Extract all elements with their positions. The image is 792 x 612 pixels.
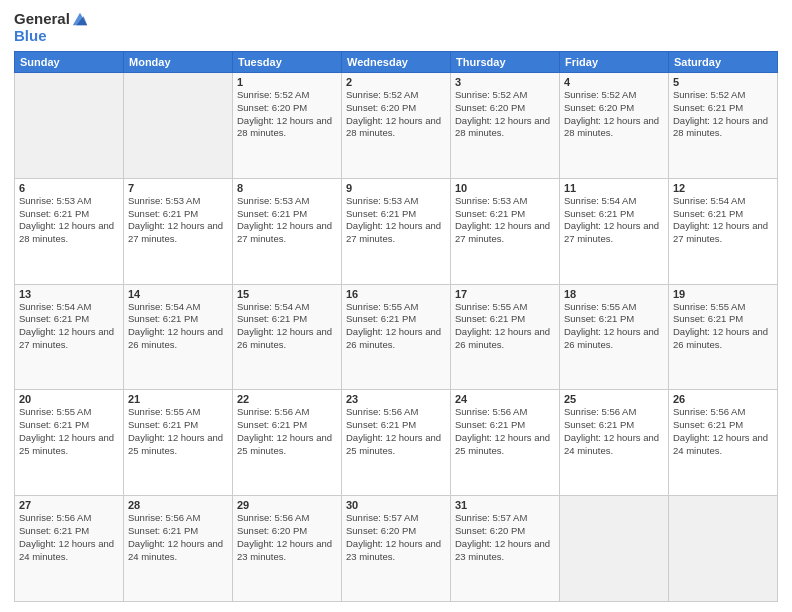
day-number: 7 — [128, 182, 228, 194]
day-number: 24 — [455, 393, 555, 405]
day-number: 27 — [19, 499, 119, 511]
calendar-cell: 11Sunrise: 5:54 AMSunset: 6:21 PMDayligh… — [560, 178, 669, 284]
calendar-cell: 17Sunrise: 5:55 AMSunset: 6:21 PMDayligh… — [451, 284, 560, 390]
day-detail: Sunrise: 5:55 AMSunset: 6:21 PMDaylight:… — [673, 301, 773, 352]
header: General Blue — [14, 10, 778, 43]
day-number: 11 — [564, 182, 664, 194]
calendar-cell: 15Sunrise: 5:54 AMSunset: 6:21 PMDayligh… — [233, 284, 342, 390]
calendar-cell — [124, 73, 233, 179]
day-number: 18 — [564, 288, 664, 300]
calendar-week-row: 1Sunrise: 5:52 AMSunset: 6:20 PMDaylight… — [15, 73, 778, 179]
day-number: 14 — [128, 288, 228, 300]
calendar: SundayMondayTuesdayWednesdayThursdayFrid… — [14, 51, 778, 602]
logo-text: General — [14, 11, 70, 28]
day-detail: Sunrise: 5:56 AMSunset: 6:21 PMDaylight:… — [19, 512, 119, 563]
day-detail: Sunrise: 5:56 AMSunset: 6:21 PMDaylight:… — [673, 406, 773, 457]
calendar-week-row: 13Sunrise: 5:54 AMSunset: 6:21 PMDayligh… — [15, 284, 778, 390]
logo-blue: Blue — [14, 28, 89, 43]
day-detail: Sunrise: 5:56 AMSunset: 6:21 PMDaylight:… — [346, 406, 446, 457]
day-number: 13 — [19, 288, 119, 300]
day-number: 10 — [455, 182, 555, 194]
logo-icon — [71, 10, 89, 28]
calendar-cell: 22Sunrise: 5:56 AMSunset: 6:21 PMDayligh… — [233, 390, 342, 496]
day-detail: Sunrise: 5:54 AMSunset: 6:21 PMDaylight:… — [673, 195, 773, 246]
day-number: 6 — [19, 182, 119, 194]
calendar-cell: 12Sunrise: 5:54 AMSunset: 6:21 PMDayligh… — [669, 178, 778, 284]
day-detail: Sunrise: 5:57 AMSunset: 6:20 PMDaylight:… — [346, 512, 446, 563]
calendar-cell: 23Sunrise: 5:56 AMSunset: 6:21 PMDayligh… — [342, 390, 451, 496]
calendar-week-row: 20Sunrise: 5:55 AMSunset: 6:21 PMDayligh… — [15, 390, 778, 496]
day-detail: Sunrise: 5:53 AMSunset: 6:21 PMDaylight:… — [237, 195, 337, 246]
day-number: 23 — [346, 393, 446, 405]
calendar-cell: 13Sunrise: 5:54 AMSunset: 6:21 PMDayligh… — [15, 284, 124, 390]
logo: General Blue — [14, 10, 89, 43]
calendar-cell: 27Sunrise: 5:56 AMSunset: 6:21 PMDayligh… — [15, 496, 124, 602]
day-number: 5 — [673, 76, 773, 88]
day-number: 16 — [346, 288, 446, 300]
day-detail: Sunrise: 5:52 AMSunset: 6:21 PMDaylight:… — [673, 89, 773, 140]
day-detail: Sunrise: 5:55 AMSunset: 6:21 PMDaylight:… — [455, 301, 555, 352]
weekday-label: Tuesday — [233, 52, 342, 73]
calendar-cell — [15, 73, 124, 179]
day-number: 12 — [673, 182, 773, 194]
calendar-cell: 7Sunrise: 5:53 AMSunset: 6:21 PMDaylight… — [124, 178, 233, 284]
day-detail: Sunrise: 5:52 AMSunset: 6:20 PMDaylight:… — [346, 89, 446, 140]
day-number: 25 — [564, 393, 664, 405]
day-number: 17 — [455, 288, 555, 300]
weekday-label: Friday — [560, 52, 669, 73]
day-number: 19 — [673, 288, 773, 300]
day-number: 22 — [237, 393, 337, 405]
day-number: 30 — [346, 499, 446, 511]
calendar-body: 1Sunrise: 5:52 AMSunset: 6:20 PMDaylight… — [15, 73, 778, 602]
day-detail: Sunrise: 5:54 AMSunset: 6:21 PMDaylight:… — [128, 301, 228, 352]
calendar-cell: 21Sunrise: 5:55 AMSunset: 6:21 PMDayligh… — [124, 390, 233, 496]
day-detail: Sunrise: 5:52 AMSunset: 6:20 PMDaylight:… — [564, 89, 664, 140]
day-detail: Sunrise: 5:54 AMSunset: 6:21 PMDaylight:… — [237, 301, 337, 352]
calendar-cell: 8Sunrise: 5:53 AMSunset: 6:21 PMDaylight… — [233, 178, 342, 284]
calendar-cell: 9Sunrise: 5:53 AMSunset: 6:21 PMDaylight… — [342, 178, 451, 284]
weekday-label: Wednesday — [342, 52, 451, 73]
day-detail: Sunrise: 5:55 AMSunset: 6:21 PMDaylight:… — [128, 406, 228, 457]
day-detail: Sunrise: 5:55 AMSunset: 6:21 PMDaylight:… — [346, 301, 446, 352]
day-number: 29 — [237, 499, 337, 511]
weekday-label: Monday — [124, 52, 233, 73]
calendar-cell: 1Sunrise: 5:52 AMSunset: 6:20 PMDaylight… — [233, 73, 342, 179]
calendar-cell: 24Sunrise: 5:56 AMSunset: 6:21 PMDayligh… — [451, 390, 560, 496]
day-detail: Sunrise: 5:52 AMSunset: 6:20 PMDaylight:… — [455, 89, 555, 140]
weekday-header-row: SundayMondayTuesdayWednesdayThursdayFrid… — [15, 52, 778, 73]
day-detail: Sunrise: 5:55 AMSunset: 6:21 PMDaylight:… — [19, 406, 119, 457]
day-detail: Sunrise: 5:56 AMSunset: 6:20 PMDaylight:… — [237, 512, 337, 563]
day-detail: Sunrise: 5:54 AMSunset: 6:21 PMDaylight:… — [564, 195, 664, 246]
calendar-cell — [560, 496, 669, 602]
day-detail: Sunrise: 5:53 AMSunset: 6:21 PMDaylight:… — [128, 195, 228, 246]
calendar-cell: 18Sunrise: 5:55 AMSunset: 6:21 PMDayligh… — [560, 284, 669, 390]
day-detail: Sunrise: 5:56 AMSunset: 6:21 PMDaylight:… — [455, 406, 555, 457]
calendar-cell: 16Sunrise: 5:55 AMSunset: 6:21 PMDayligh… — [342, 284, 451, 390]
day-detail: Sunrise: 5:54 AMSunset: 6:21 PMDaylight:… — [19, 301, 119, 352]
day-detail: Sunrise: 5:55 AMSunset: 6:21 PMDaylight:… — [564, 301, 664, 352]
calendar-week-row: 6Sunrise: 5:53 AMSunset: 6:21 PMDaylight… — [15, 178, 778, 284]
day-number: 21 — [128, 393, 228, 405]
day-detail: Sunrise: 5:53 AMSunset: 6:21 PMDaylight:… — [19, 195, 119, 246]
calendar-cell: 5Sunrise: 5:52 AMSunset: 6:21 PMDaylight… — [669, 73, 778, 179]
calendar-cell: 29Sunrise: 5:56 AMSunset: 6:20 PMDayligh… — [233, 496, 342, 602]
day-number: 28 — [128, 499, 228, 511]
day-detail: Sunrise: 5:56 AMSunset: 6:21 PMDaylight:… — [128, 512, 228, 563]
calendar-cell: 30Sunrise: 5:57 AMSunset: 6:20 PMDayligh… — [342, 496, 451, 602]
weekday-label: Sunday — [15, 52, 124, 73]
calendar-cell: 28Sunrise: 5:56 AMSunset: 6:21 PMDayligh… — [124, 496, 233, 602]
weekday-label: Thursday — [451, 52, 560, 73]
page: General Blue SundayMondayTuesdayWednesda… — [0, 0, 792, 612]
calendar-cell: 31Sunrise: 5:57 AMSunset: 6:20 PMDayligh… — [451, 496, 560, 602]
day-number: 31 — [455, 499, 555, 511]
calendar-cell — [669, 496, 778, 602]
day-detail: Sunrise: 5:53 AMSunset: 6:21 PMDaylight:… — [346, 195, 446, 246]
day-number: 8 — [237, 182, 337, 194]
day-number: 20 — [19, 393, 119, 405]
day-number: 4 — [564, 76, 664, 88]
day-detail: Sunrise: 5:52 AMSunset: 6:20 PMDaylight:… — [237, 89, 337, 140]
day-detail: Sunrise: 5:57 AMSunset: 6:20 PMDaylight:… — [455, 512, 555, 563]
day-detail: Sunrise: 5:56 AMSunset: 6:21 PMDaylight:… — [564, 406, 664, 457]
calendar-cell: 25Sunrise: 5:56 AMSunset: 6:21 PMDayligh… — [560, 390, 669, 496]
calendar-cell: 2Sunrise: 5:52 AMSunset: 6:20 PMDaylight… — [342, 73, 451, 179]
